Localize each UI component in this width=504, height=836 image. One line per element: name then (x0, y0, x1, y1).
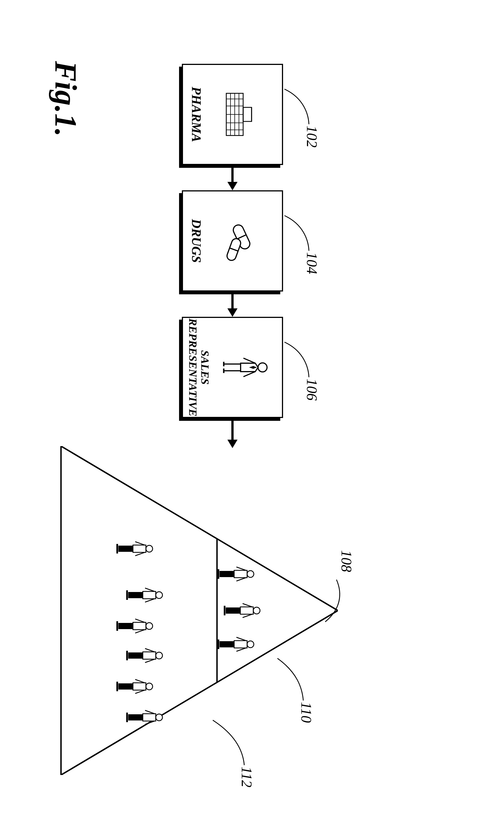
svg-point-42 (156, 592, 162, 598)
ref-110: 110 (298, 702, 314, 723)
node-sales-label: SALES REPRESENTATIVE (187, 318, 211, 417)
svg-line-70 (145, 721, 155, 724)
svg-line-63 (135, 680, 145, 683)
svg-rect-68 (128, 714, 143, 720)
node-pharma: PHARMA (182, 64, 283, 165)
svg-line-45 (145, 588, 155, 591)
person-upper-2 (222, 601, 261, 621)
svg-line-39 (135, 542, 145, 545)
svg-point-66 (156, 714, 162, 721)
svg-line-51 (135, 619, 145, 622)
figure-canvas: PHARMA DRUGS (41, 53, 463, 783)
person-upper-1 (216, 564, 255, 584)
ref-102: 102 (304, 126, 320, 148)
svg-rect-25 (240, 607, 253, 614)
svg-line-40 (135, 552, 145, 556)
svg-rect-49 (133, 622, 146, 630)
svg-line-34 (236, 648, 246, 651)
svg-line-52 (135, 630, 145, 633)
svg-line-33 (236, 637, 246, 641)
person-icon (220, 355, 269, 380)
svg-rect-67 (143, 714, 156, 721)
svg-rect-1 (243, 107, 252, 121)
svg-point-36 (146, 545, 153, 552)
leader-106 (280, 339, 311, 379)
svg-rect-55 (143, 652, 156, 659)
svg-line-58 (145, 659, 155, 663)
svg-line-28 (243, 614, 252, 618)
svg-rect-20 (219, 571, 234, 577)
svg-rect-43 (143, 591, 156, 599)
svg-line-64 (135, 690, 145, 694)
person-lower-2 (124, 585, 163, 605)
leader-104 (280, 213, 311, 252)
figure-label: Fig.1. (48, 61, 83, 137)
svg-line-27 (243, 604, 252, 607)
svg-point-18 (247, 571, 254, 577)
svg-point-48 (146, 623, 153, 629)
building-icon (222, 91, 254, 138)
ref-104: 104 (304, 252, 320, 274)
svg-rect-56 (128, 652, 143, 659)
svg-point-24 (253, 607, 260, 614)
pills-icon (221, 218, 256, 263)
ref-108: 108 (338, 550, 355, 572)
person-lower-6 (124, 707, 163, 727)
svg-point-54 (156, 652, 162, 659)
svg-rect-38 (118, 546, 133, 552)
node-drugs-label: DRUGS (189, 191, 203, 290)
leader-102 (280, 86, 311, 126)
person-lower-3 (114, 616, 154, 636)
svg-rect-37 (133, 545, 146, 552)
svg-rect-61 (133, 683, 146, 690)
page: PHARMA DRUGS (0, 0, 504, 836)
svg-line-69 (145, 710, 155, 714)
ref-106: 106 (304, 379, 320, 401)
svg-rect-19 (234, 570, 247, 578)
svg-rect-44 (128, 592, 143, 598)
pyramid (60, 446, 338, 775)
person-upper-3 (216, 634, 255, 654)
person-lower-5 (114, 677, 154, 696)
person-lower-4 (124, 646, 163, 665)
ref-112: 112 (238, 766, 255, 787)
svg-rect-32 (219, 641, 234, 647)
node-pharma-label: PHARMA (189, 65, 203, 164)
svg-rect-50 (118, 623, 133, 629)
svg-point-15 (258, 363, 267, 372)
svg-line-21 (236, 567, 246, 570)
svg-rect-26 (226, 607, 240, 614)
svg-line-46 (145, 599, 155, 602)
svg-line-57 (145, 648, 155, 652)
svg-point-30 (247, 641, 254, 648)
svg-line-22 (236, 578, 246, 581)
svg-rect-31 (234, 641, 247, 648)
svg-point-60 (146, 683, 153, 690)
node-drugs: DRUGS (182, 190, 283, 291)
svg-marker-16 (61, 446, 338, 775)
svg-rect-62 (118, 683, 133, 689)
node-sales: SALES REPRESENTATIVE (182, 317, 283, 418)
person-lower-1 (114, 539, 154, 558)
